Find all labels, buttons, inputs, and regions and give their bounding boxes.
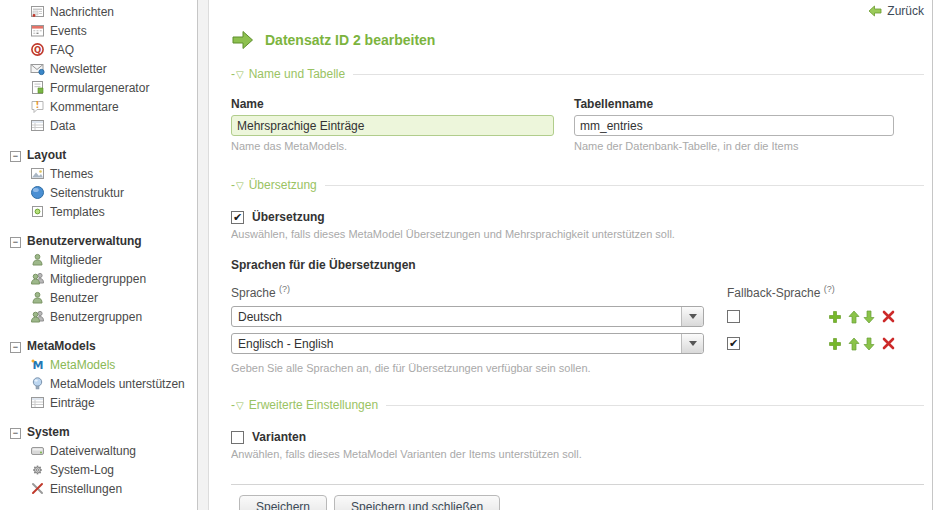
minus-box-icon[interactable]: −	[10, 148, 21, 162]
sidebar-item-system-log[interactable]: System-Log	[0, 460, 197, 479]
fallback-hint[interactable]: (?)	[824, 284, 835, 294]
page-title: Datensatz ID 2 bearbeiten	[231, 29, 924, 51]
languages-table: DeutschEnglisch - English✔	[231, 306, 924, 354]
language-select[interactable]: Deutsch	[231, 306, 704, 327]
sidebar-item-label: Data	[50, 119, 75, 133]
sidebar-section-system[interactable]: −System	[0, 422, 197, 441]
back-arrow-icon	[867, 3, 882, 18]
sidebar-item-newsletter[interactable]: Newsletter	[0, 59, 197, 78]
legend-dash: -	[231, 398, 235, 412]
sidebar-item-templates[interactable]: Templates	[0, 202, 197, 221]
minus-box-icon[interactable]: −	[10, 425, 21, 439]
name-label: Name	[231, 97, 574, 111]
sidebar-item-metamodels[interactable]: MMetaModels	[0, 355, 197, 374]
sidebar-item-label: Seitenstruktur	[50, 186, 124, 200]
users-icon	[30, 271, 45, 286]
language-select[interactable]: Englisch - English	[231, 333, 704, 354]
sidebar-section-benutzerverwaltung[interactable]: −Benutzerverwaltung	[0, 231, 197, 250]
name-input[interactable]	[231, 115, 554, 136]
sidebar-item-benutzer[interactable]: Benutzer	[0, 288, 197, 307]
faq-icon: Q	[30, 42, 45, 57]
collapse-triangle-icon: ▽	[236, 400, 244, 411]
image-icon	[30, 166, 45, 181]
languages-header: Sprache (?) Fallback-Sprache (?)	[231, 284, 924, 300]
variants-checkbox-label: Varianten	[252, 430, 306, 444]
sidebar-section-layout[interactable]: −Layout	[0, 145, 197, 164]
sidebar-item-label: Einstellungen	[50, 482, 122, 496]
sidebar-item-label: Mitglieder	[50, 253, 102, 267]
sidebar-item-mitgliedergruppen[interactable]: Mitgliedergruppen	[0, 269, 197, 288]
move-down-icon[interactable]	[862, 310, 876, 324]
sidebar-item-kommentare[interactable]: !Kommentare	[0, 97, 197, 116]
sidebar-item-benutzergruppen[interactable]: Benutzergruppen	[0, 307, 197, 326]
table-icon	[30, 395, 45, 410]
add-icon[interactable]	[828, 337, 842, 351]
sidebar-main-divider	[198, 0, 208, 510]
sidebar-item-label: MetaModels unterstützen	[50, 377, 185, 391]
sidebar-item-mitglieder[interactable]: Mitglieder	[0, 250, 197, 269]
back-link[interactable]: Zurück	[867, 3, 924, 18]
drive-icon	[30, 443, 45, 458]
languages-help: Geben Sie alle Sprachen an, die für Über…	[231, 362, 924, 374]
sidebar-item-events[interactable]: Events	[0, 21, 197, 40]
sidebar-item-label: Themes	[50, 167, 93, 181]
tablename-label: Tabellenname	[574, 97, 924, 111]
sidebar-item-nachrichten[interactable]: Nachrichten	[0, 2, 197, 21]
language-row: Deutsch	[231, 306, 924, 327]
sidebar-section-metamodels[interactable]: −MetaModels	[0, 336, 197, 355]
delete-icon[interactable]	[881, 310, 895, 324]
languages-title: Sprachen für die Übersetzungen	[231, 258, 924, 272]
sidebar-section-label: System	[27, 425, 70, 439]
fallback-checkbox[interactable]: ✔	[727, 337, 740, 350]
tablename-input[interactable]	[574, 115, 894, 136]
chevron-down-icon[interactable]	[681, 334, 703, 353]
speichern-button[interactable]: Speichern	[239, 495, 327, 510]
legend-dash: -	[231, 178, 235, 192]
translation-checkbox[interactable]: ✔	[231, 211, 244, 224]
sidebar-item-label: Newsletter	[50, 62, 107, 76]
collapse-triangle-icon: ▽	[236, 180, 244, 191]
sidebar-item-einstellungen[interactable]: Einstellungen	[0, 479, 197, 498]
move-up-icon[interactable]	[847, 337, 861, 351]
sidebar-item-label: Templates	[50, 205, 105, 219]
speichern-und-schlie-en-button[interactable]: Speichern und schließen	[334, 495, 500, 510]
sidebar-item-label: Einträge	[50, 396, 95, 410]
sidebar-item-label: Formulargenerator	[50, 81, 149, 95]
header-bar: Zurück	[209, 0, 932, 23]
minus-box-icon[interactable]: −	[10, 234, 21, 248]
sidebar-item-data[interactable]: Data	[0, 116, 197, 135]
fieldset-legend-name-table[interactable]: - ▽ Name und Tabelle	[231, 67, 924, 81]
fieldset-legend-advanced[interactable]: - ▽ Erweiterte Einstellungen	[231, 398, 924, 412]
collapse-triangle-icon: ▽	[236, 69, 244, 80]
delete-icon[interactable]	[881, 337, 895, 351]
language-hint[interactable]: (?)	[279, 284, 290, 294]
tools-icon	[30, 481, 45, 496]
variants-help: Anwählen, falls dieses MetaModel Variant…	[231, 448, 924, 460]
sidebar-item-faq[interactable]: QFAQ	[0, 40, 197, 59]
variants-checkbox[interactable]	[231, 431, 244, 444]
sidebar-item-label: Mitgliedergruppen	[50, 272, 146, 286]
add-icon[interactable]	[828, 310, 842, 324]
language-select-value: Deutsch	[232, 307, 282, 326]
sidebar-item-themes[interactable]: Themes	[0, 164, 197, 183]
legend-rule	[325, 185, 924, 186]
back-label: Zurück	[887, 4, 924, 18]
fieldset-legend-translation[interactable]: - ▽ Übersetzung	[231, 178, 924, 192]
globe-icon	[30, 185, 45, 200]
gear-icon	[30, 462, 45, 477]
sidebar-item-metamodels-unterst-tzen[interactable]: MetaModels unterstützen	[0, 374, 197, 393]
sidebar-item-label: Events	[50, 24, 87, 38]
sidebar-item-formulargenerator[interactable]: Formulargenerator	[0, 78, 197, 97]
sidebar-item-eintr-ge[interactable]: Einträge	[0, 393, 197, 412]
fallback-checkbox[interactable]	[727, 310, 740, 323]
newspaper-icon	[30, 4, 45, 19]
minus-box-icon[interactable]: −	[10, 339, 21, 353]
move-up-icon[interactable]	[847, 310, 861, 324]
form-icon	[30, 80, 45, 95]
move-down-icon[interactable]	[862, 337, 876, 351]
legend-dash: -	[231, 67, 235, 81]
svg-text:Q: Q	[34, 45, 41, 55]
chevron-down-icon[interactable]	[681, 307, 703, 326]
sidebar-item-dateiverwaltung[interactable]: Dateiverwaltung	[0, 441, 197, 460]
sidebar-item-seitenstruktur[interactable]: Seitenstruktur	[0, 183, 197, 202]
